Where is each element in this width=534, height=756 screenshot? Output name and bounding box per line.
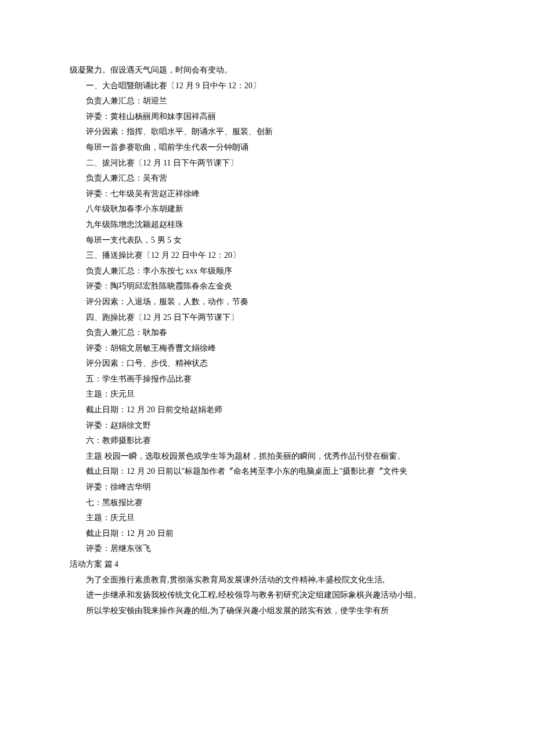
document-line: 八年级耿加春李小东胡建新 (70, 201, 464, 217)
document-line: 六：教师摄影比赛 (70, 433, 464, 449)
document-line: 主题：庆元旦 (70, 387, 464, 402)
document-line: 九年级陈增忠沈颖超赵桂珠 (70, 217, 464, 233)
document-line: 截止日期：12 月 20 日前 (70, 526, 464, 542)
document-line: 进一步继承和发扬我校传统文化工程,经校领导与教务初研究决定组建国际象棋兴趣活动小… (70, 588, 464, 603)
document-line: 三、播送操比赛〔12 月 22 日中午 12：20〕 (70, 248, 464, 264)
document-line: 负责人兼汇总：耿加春 (70, 325, 464, 341)
document-line: 七：黑板报比赛 (70, 495, 464, 511)
document-line: 评分因素：入退场，服装，人数，动作，节奏 (70, 294, 464, 310)
document-line: 评委：七年级吴有营赵正祥徐峰 (70, 186, 464, 202)
document-line: 主题 校园一瞬，选取校园景色或学生等为题材，抓拍美丽的瞬间，优秀作品刊登在橱窗。 (70, 449, 464, 465)
document-line: 一、大合唱暨朗诵比赛〔12 月 9 日中午 12：20〕 (70, 78, 464, 94)
document-line: 评分因素：指挥、歌唱水平、朗诵水平、服装、创新 (70, 124, 464, 140)
document-line: 评委：徐峰吉华明 (70, 480, 464, 495)
document-line: 为了全面推行素质教育,贯彻落实教育局发展课外活动的文件精神,丰盛校院文化生活, (70, 573, 464, 588)
document-line: 截止日期：12 月 20 日前交给赵娟老师 (70, 402, 464, 418)
document-line: 评委：赵娟徐文野 (70, 418, 464, 434)
document-body: 级凝聚力。假设遇天气问题，时间会有变动。一、大合唱暨朗诵比赛〔12 月 9 日中… (70, 63, 464, 618)
document-line: 评委：居继东张飞 (70, 541, 464, 557)
document-line: 每班一首参赛歌曲，唱前学生代表一分钟朗诵 (70, 140, 464, 156)
document-line: 五：学生书画手操报作品比赛 (70, 372, 464, 387)
document-line: 主题：庆元旦 (70, 510, 464, 526)
document-line: 负责人兼汇总：吴有营 (70, 171, 464, 186)
document-line: 评委：胡锦文居敏王梅香曹文娟徐峰 (70, 341, 464, 357)
document-line: 截止日期：12 月 20 日前以"标题加作者〞命名拷至李小东的电脑桌面上"摄影比… (70, 464, 464, 480)
document-line: 级凝聚力。假设遇天气问题，时间会有变动。 (70, 63, 464, 78)
document-line: 评分因素：口号、步伐、精神状态 (70, 356, 464, 372)
document-line: 二、拔河比赛〔12 月 11 日下午两节课下〕 (70, 156, 464, 171)
document-line: 负责人兼汇总：胡迎兰 (70, 93, 464, 109)
document-line: 四、跑操比赛〔12 月 25 日下午两节课下〕 (70, 310, 464, 326)
document-line: 评委：黄桂山杨丽周和妹李国祥高丽 (70, 109, 464, 125)
document-line: 评委：陶巧明邱宏胜陈晓霞陈春余左金炎 (70, 279, 464, 294)
document-line: 每班一支代表队，5 男 5 女 (70, 233, 464, 249)
document-line: 活动方案 篇 4 (70, 557, 464, 573)
document-line: 负责人兼汇总：李小东按七 xxx 年级顺序 (70, 264, 464, 279)
document-line: 所以学校安顿由我来操作兴趣的组,为了确保兴趣小组发展的踏实有效，使学生学有所 (70, 603, 464, 619)
